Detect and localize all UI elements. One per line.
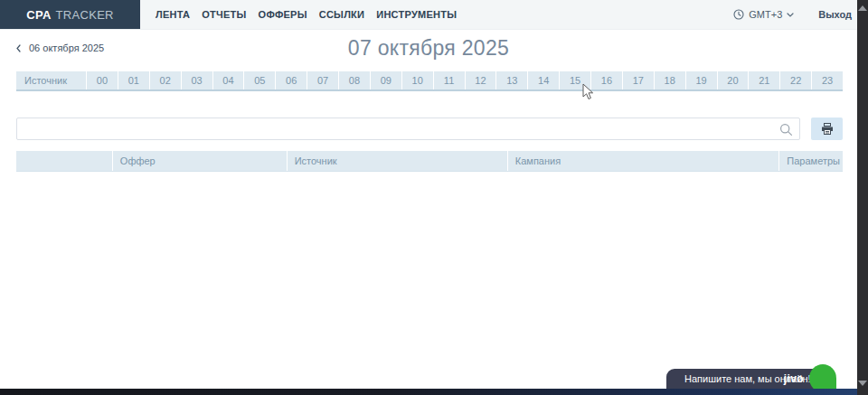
hour-cell: 01 <box>118 71 149 89</box>
bottom-edge-strip <box>0 389 857 395</box>
chat-widget[interactable]: Напишите нам, мы онлайн! jivo <box>666 369 834 389</box>
app-logo-light: TRACKER <box>56 8 114 22</box>
timezone-label: GMT+3 <box>749 9 782 20</box>
hour-cell: 04 <box>212 71 244 89</box>
nav-item-reports[interactable]: ОТЧЕТЫ <box>202 9 246 20</box>
main-nav: ЛЕНТА ОТЧЕТЫ ОФФЕРЫ ССЫЛКИ ИНСТРУМЕНТЫ <box>156 0 457 29</box>
hour-bar-source-label: Источник <box>16 71 86 89</box>
jivo-logo: jivo <box>784 372 804 385</box>
hour-cell: 20 <box>717 71 749 89</box>
column-header-offer: Оффер <box>112 151 287 171</box>
hour-cell: 12 <box>465 71 496 89</box>
logout-button[interactable]: Выход <box>818 9 852 20</box>
topbar-right: GMT+3 Выход <box>733 0 857 29</box>
hour-cell: 09 <box>370 71 401 89</box>
nav-item-lenta[interactable]: ЛЕНТА <box>156 9 190 20</box>
hour-cell: 15 <box>559 71 590 89</box>
scroll-up-arrow[interactable] <box>858 5 867 11</box>
hour-cell: 05 <box>243 71 275 89</box>
hour-cell: 13 <box>495 71 527 89</box>
column-header-campaign: Кампания <box>507 151 779 171</box>
hour-cell: 02 <box>149 71 181 89</box>
hour-cell: 21 <box>748 71 779 89</box>
scroll-down-arrow[interactable] <box>858 381 867 386</box>
search-box <box>16 118 800 140</box>
column-header-source: Источник <box>287 151 507 171</box>
nav-item-offers[interactable]: ОФФЕРЫ <box>259 9 307 20</box>
app-logo[interactable]: CPA TRACKER <box>0 0 140 29</box>
hour-cell: 08 <box>338 71 370 89</box>
nav-item-links[interactable]: ССЫЛКИ <box>319 9 365 20</box>
hour-cell: 10 <box>401 71 433 89</box>
hour-cell: 16 <box>590 71 622 89</box>
hour-cell: 14 <box>527 71 559 89</box>
chevron-down-icon <box>787 13 794 17</box>
app-logo-bold: CPA <box>26 8 51 22</box>
column-header-empty <box>16 151 112 171</box>
print-button[interactable] <box>811 118 843 140</box>
clock-icon <box>733 9 744 20</box>
nav-item-tools[interactable]: ИНСТРУМЕНТЫ <box>376 9 457 20</box>
hour-cell: 22 <box>779 71 811 89</box>
printer-icon <box>821 123 834 135</box>
hour-header-bar: Источник 0001020304050607080910111213141… <box>16 71 843 91</box>
search-input[interactable] <box>17 118 799 139</box>
hour-cell: 07 <box>307 71 338 89</box>
hour-cell: 03 <box>181 71 212 89</box>
hour-cell: 11 <box>433 71 465 89</box>
hour-cell: 23 <box>811 71 843 89</box>
hour-cell: 17 <box>622 71 654 89</box>
search-row <box>16 118 843 140</box>
top-bar: CPA TRACKER ЛЕНТА ОТЧЕТЫ ОФФЕРЫ ССЫЛКИ И… <box>0 0 857 30</box>
hour-cell: 06 <box>275 71 307 89</box>
hour-cell: 00 <box>86 71 118 89</box>
page-title: 07 октября 2025 <box>0 36 857 61</box>
hour-cell: 19 <box>685 71 717 89</box>
hour-cell: 18 <box>654 71 685 89</box>
hour-cells: 0001020304050607080910111213141516171819… <box>86 71 843 89</box>
column-header-params: Параметры <box>778 151 843 171</box>
vertical-scrollbar[interactable] <box>857 0 868 395</box>
results-table-header: Оффер Источник Кампания Параметры <box>16 151 843 172</box>
timezone-selector[interactable]: GMT+3 <box>733 9 794 20</box>
